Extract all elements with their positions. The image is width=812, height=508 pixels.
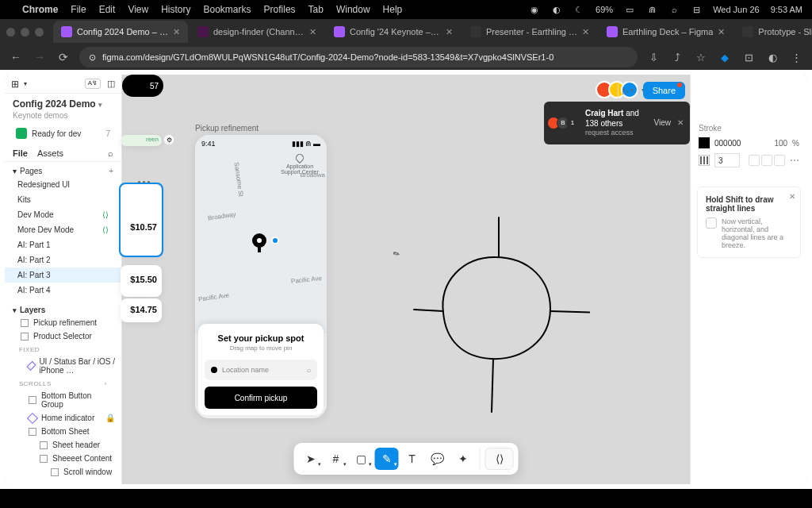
address-bar[interactable]: ⊙ figma.com/design/G7LdOm8WULPqWSN1G48ut… [79, 47, 638, 67]
menubar-time[interactable]: 9:53 AM [771, 5, 802, 14]
page-item[interactable]: Redesigned UI [5, 177, 121, 192]
tab-inactive[interactable]: design-finder (Channel) - U… ✕ [190, 21, 324, 43]
confirm-button[interactable]: Confirm pickup [205, 387, 317, 409]
extensions-icon[interactable]: ⊡ [741, 49, 756, 65]
ai-badge[interactable]: A↯ [85, 79, 101, 89]
close-icon[interactable]: ✕ [718, 27, 725, 37]
layers-header[interactable]: ▾Layers [5, 301, 121, 316]
wifi-icon[interactable]: ⋒ [646, 4, 657, 15]
frame-label[interactable]: Pickup refinement [195, 124, 259, 133]
dev-mode-toggle[interactable]: ⟨⟩ [485, 448, 514, 470]
tab-inactive[interactable]: Earthling Deck – Figma ✕ [599, 21, 733, 43]
layer-item[interactable]: Product Selector [5, 329, 121, 343]
partial-frame[interactable]: reen ⚙ [121, 135, 162, 146]
partial-button[interactable]: 57 [122, 75, 163, 97]
profile-icon[interactable]: ◐ [764, 49, 780, 65]
pickup-frame[interactable]: 9:41 ▮▮▮ ⋒ ▬ Application Support Center … [195, 135, 327, 418]
tab-inactive[interactable]: Config '24 Keynote – Figma ✕ [326, 21, 461, 43]
pencil-drawing[interactable] [384, 178, 590, 416]
opacity-value[interactable]: 100 [774, 139, 787, 148]
layer-item[interactable]: Sheet header [5, 438, 121, 452]
layer-item[interactable]: Bottom Button Group [5, 389, 121, 411]
menu-bookmarks[interactable]: Bookmarks [204, 4, 251, 15]
menu-file[interactable]: File [71, 4, 86, 15]
color-hex[interactable]: 000000 [714, 139, 769, 148]
actions-tool[interactable]: ✦ [451, 448, 475, 470]
figma-menu-icon[interactable]: ⊞ [11, 79, 19, 90]
add-page-icon[interactable]: + [109, 167, 113, 175]
menubar-date[interactable]: Wed Jun 26 [713, 5, 760, 14]
chevron-down-icon[interactable]: ▾ [24, 80, 27, 87]
tab-file[interactable]: File [13, 148, 28, 158]
layer-item[interactable]: Sheeeet Content [5, 452, 121, 465]
search-icon[interactable]: ⌕ [668, 4, 680, 15]
tab-inactive[interactable]: Presenter - Earthling Deck -… ✕ [462, 21, 597, 43]
file-title[interactable]: Config 2024 Demo ▾ [5, 94, 121, 111]
back-button[interactable]: ← [8, 49, 24, 65]
tab-assets[interactable]: Assets [37, 148, 63, 158]
dnd-icon[interactable]: ☾ [573, 4, 584, 15]
layer-item[interactable]: Pickup refinement [5, 316, 121, 329]
partial-frame[interactable]: $15.50 [121, 265, 162, 297]
menu-history[interactable]: History [161, 4, 190, 15]
layer-item[interactable]: Bottom Sheet [5, 425, 121, 438]
ready-for-dev[interactable]: Ready for dev 7 [13, 125, 113, 142]
menu-window[interactable]: Window [336, 4, 370, 15]
search-icon[interactable]: ⌕ [307, 366, 311, 374]
text-tool[interactable]: T [400, 448, 424, 470]
menu-icon[interactable]: ⋮ [788, 49, 804, 65]
color-swatch[interactable] [699, 137, 710, 148]
close-icon[interactable]: ✕ [446, 27, 453, 37]
present-button[interactable]: ▷▾ [618, 81, 638, 100]
close-icon[interactable]: ✕ [789, 192, 795, 201]
pages-header[interactable]: ▾Pages + [5, 162, 121, 177]
reload-button[interactable]: ⟳ [56, 49, 71, 65]
record-icon[interactable]: ◉ [529, 4, 540, 15]
partial-frame-selected[interactable]: $10.57 [121, 184, 162, 256]
menu-view[interactable]: View [128, 4, 148, 15]
page-item[interactable]: More Dev Mode⟨⟩ [5, 222, 121, 237]
contrast-icon[interactable]: ◐ [551, 4, 562, 15]
close-icon[interactable]: ✕ [309, 27, 316, 37]
frame-tool[interactable]: #▾ [324, 448, 348, 470]
move-tool[interactable]: ➤▾ [299, 448, 323, 470]
partial-frame[interactable]: $14.75 [121, 298, 162, 322]
page-item[interactable]: AI: Part 4 [5, 283, 121, 298]
canvas[interactable]: reen ⚙ $10.57 $15.50 $14.75 57 Pickup re… [122, 75, 690, 484]
stroke-side-segments[interactable] [749, 155, 785, 166]
layer-item[interactable]: Home indicator🔒 [5, 411, 121, 425]
close-icon[interactable]: ✕ [173, 27, 180, 37]
more-icon[interactable]: ⋯ [790, 155, 799, 166]
app-name[interactable]: Chrome [22, 4, 58, 15]
menu-help[interactable]: Help [383, 4, 403, 15]
stroke-color-row[interactable]: 000000 100 % [699, 137, 799, 148]
layer-item[interactable]: UI / Status Bar / iOS / iPhone … [5, 355, 121, 377]
settings-icon[interactable]: ⚙ [163, 134, 174, 145]
tab-active[interactable]: Config 2024 Demo – Figma ✕ [53, 21, 188, 43]
close-icon[interactable]: ✕ [677, 118, 684, 127]
ext-icon[interactable]: ◆ [717, 49, 733, 65]
search-icon[interactable]: ⌕ [108, 148, 113, 158]
share-icon[interactable]: ⤴ [669, 49, 685, 65]
project-name[interactable]: Keynote demos [5, 111, 121, 125]
traffic-lights[interactable] [6, 28, 44, 37]
bookmark-icon[interactable]: ☆ [693, 49, 709, 65]
stroke-align-icon[interactable] [699, 155, 710, 166]
tab-inactive[interactable]: Prototype - Slides prototype ✕ [734, 21, 812, 43]
pen-tool[interactable]: ✎▾ [375, 448, 399, 470]
site-info-icon[interactable]: ⊙ [89, 52, 96, 63]
map-area[interactable]: 9:41 ▮▮▮ ⋒ ▬ Application Support Center … [195, 135, 327, 333]
menu-edit[interactable]: Edit [99, 4, 116, 15]
page-item-selected[interactable]: AI: Part 3 [5, 267, 121, 283]
location-input[interactable]: Location name ⌕ [205, 360, 317, 380]
layer-item[interactable]: Scroll window [5, 465, 121, 479]
close-icon[interactable]: ✕ [582, 27, 589, 37]
stroke-weight-input[interactable]: 3 [714, 153, 740, 167]
forward-button[interactable]: → [32, 49, 48, 65]
menu-tab[interactable]: Tab [308, 4, 324, 15]
menu-profiles[interactable]: Profiles [264, 4, 296, 15]
page-item[interactable]: Kits [5, 192, 121, 207]
panel-toggle-icon[interactable]: ◫ [107, 79, 115, 89]
page-item[interactable]: AI: Part 1 [5, 237, 121, 252]
lock-icon[interactable]: 🔒 [105, 414, 115, 422]
